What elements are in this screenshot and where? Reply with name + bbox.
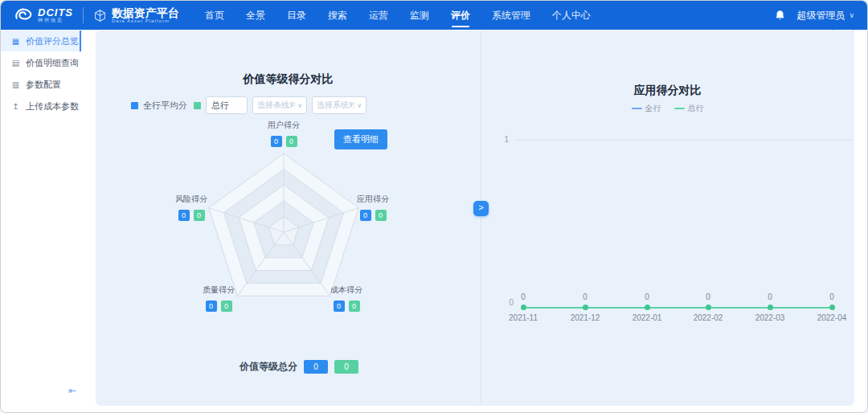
nav-item-evaluate[interactable]: 评价 bbox=[451, 1, 470, 31]
score-badge-blue: 0 bbox=[178, 210, 190, 221]
score-badge-green: 0 bbox=[221, 301, 232, 312]
point-dot bbox=[645, 305, 650, 310]
sidebar-item-label: 参数配置 bbox=[26, 79, 61, 91]
chevron-down-icon: ∨ bbox=[849, 11, 854, 19]
upload-icon: ↥ bbox=[11, 102, 20, 111]
score-badge-blue: 0 bbox=[206, 301, 217, 312]
nav-item-home[interactable]: 首页 bbox=[205, 1, 224, 31]
score-badge-green: 0 bbox=[375, 210, 387, 221]
sidebar-item-upload-cost[interactable]: ↥上传成本参数 bbox=[1, 96, 81, 117]
point-dot bbox=[521, 305, 526, 310]
radar-axis-cost: 成本得分 0 0 bbox=[322, 284, 371, 312]
legend-dash bbox=[674, 108, 685, 109]
radar-axis-quality: 质量得分 0 0 bbox=[194, 284, 243, 312]
product-subname: Data Asset Platform bbox=[112, 18, 179, 24]
cube-icon bbox=[93, 9, 107, 22]
top-navbar: DCITS 神州信息 数据资产平台 Data Asset Platform 首页… bbox=[1, 1, 868, 30]
radar-axis-application: 应用得分 0 0 bbox=[349, 194, 397, 221]
brand-separator bbox=[83, 7, 84, 23]
point-value-label: 0 bbox=[623, 292, 671, 301]
point-value-label: 0 bbox=[684, 292, 732, 301]
point-value-label: 0 bbox=[746, 292, 794, 301]
x-axis-tick: 2022-02 bbox=[684, 313, 732, 322]
legend-item-head-office[interactable]: 总行 bbox=[674, 103, 704, 114]
select-system-compare[interactable]: 选择系统对比 ∨ bbox=[312, 96, 366, 114]
navbar-right: 超级管理员 ∨ bbox=[775, 9, 868, 22]
user-name: 超级管理员 bbox=[796, 9, 845, 22]
product-logo[interactable]: 数据资产平台 Data Asset Platform bbox=[93, 7, 179, 24]
sidebar-item-label: 价值评分总览 bbox=[26, 35, 79, 47]
gridline-1 bbox=[515, 140, 853, 141]
grid-icon: ▦ bbox=[11, 37, 20, 46]
line-series bbox=[523, 307, 832, 309]
content-panel: > 价值等级得分对比 全行平均分 选择条线对比 ∨ 选择系统对比 ∨ 查看明细 … bbox=[96, 31, 854, 406]
nav-item-catalog[interactable]: 目录 bbox=[287, 1, 306, 31]
score-badge-green: 0 bbox=[286, 136, 297, 147]
point-value-label: 0 bbox=[808, 292, 856, 301]
nav-item-monitor[interactable]: 监测 bbox=[410, 1, 429, 31]
org-input[interactable] bbox=[206, 96, 248, 114]
nav-item-system-mgmt[interactable]: 系统管理 bbox=[492, 1, 530, 31]
nav-item-panorama[interactable]: 全景 bbox=[246, 1, 265, 31]
brand-logo[interactable]: DCITS 神州信息 bbox=[1, 6, 73, 25]
radar-axis-risk: 风险得分 0 0 bbox=[167, 194, 215, 221]
sidebar-item-label: 价值明细查询 bbox=[26, 57, 79, 69]
panel-expand-button[interactable]: > bbox=[473, 201, 489, 216]
point-dot bbox=[829, 305, 835, 310]
sliders-icon: ▥ bbox=[11, 80, 20, 89]
point-dot bbox=[768, 305, 773, 310]
select-line-compare[interactable]: 选择条线对比 ∨ bbox=[252, 96, 307, 114]
sidebar-item-score-overview[interactable]: ▦价值评分总览 bbox=[1, 31, 81, 51]
x-axis-tick: 2021-12 bbox=[561, 313, 609, 322]
sidebar-item-label: 上传成本参数 bbox=[26, 100, 79, 112]
legend-dash bbox=[632, 108, 642, 109]
point-dot bbox=[706, 305, 711, 310]
y-axis-tick-1: 1 bbox=[497, 135, 509, 144]
sidebar-collapse-icon[interactable]: ⇤ bbox=[68, 385, 76, 396]
brand-subname: 神州信息 bbox=[38, 18, 73, 23]
list-icon: ▤ bbox=[11, 59, 20, 67]
score-badge-blue: 0 bbox=[360, 210, 371, 221]
legend-blue-label: 全行平均分 bbox=[143, 100, 187, 112]
legend-label: 全行 bbox=[645, 103, 661, 114]
point-value-label: 0 bbox=[561, 292, 609, 301]
score-badge-blue: 0 bbox=[334, 301, 345, 312]
app-window: ✕ DCITS 神州信息 数据资产平台 Data Asset bbox=[0, 0, 868, 413]
score-badge-blue: 0 bbox=[271, 136, 282, 147]
line-chart-legend: 全行总行 bbox=[481, 103, 854, 114]
bell-icon[interactable] bbox=[775, 10, 785, 21]
x-axis-tick: 2022-04 bbox=[808, 313, 856, 322]
total-score-green: 0 bbox=[334, 360, 358, 374]
x-axis-tick: 2021-11 bbox=[499, 313, 547, 322]
total-score-label: 价值等级总分 bbox=[240, 360, 297, 374]
sidebar: ▦价值评分总览▤价值明细查询▥参数配置↥上传成本参数 ⇤ bbox=[1, 30, 81, 413]
dcits-swirl-icon bbox=[14, 6, 33, 25]
legend-blue-swatch bbox=[131, 102, 138, 109]
comparison-controls: 全行平均分 选择条线对比 ∨ 选择系统对比 ∨ bbox=[131, 96, 366, 115]
x-axis-tick: 2022-01 bbox=[623, 313, 671, 322]
nav-item-operation[interactable]: 运营 bbox=[369, 1, 388, 31]
score-badge-green: 0 bbox=[349, 301, 360, 312]
legend-label: 总行 bbox=[688, 103, 704, 114]
right-chart-title: 应用得分对比 bbox=[481, 84, 854, 98]
product-name: 数据资产平台 bbox=[112, 7, 179, 18]
user-menu[interactable]: 超级管理员 ∨ bbox=[796, 9, 854, 22]
chevron-down-icon: ∨ bbox=[297, 102, 302, 109]
main-menu: 首页全景目录搜索运营监测评价系统管理个人中心 bbox=[205, 1, 591, 31]
nav-item-search[interactable]: 搜索 bbox=[328, 1, 347, 31]
score-badge-green: 0 bbox=[194, 210, 205, 221]
nav-item-personal-center[interactable]: 个人中心 bbox=[552, 1, 591, 31]
radar-axis-user: 用户得分 0 0 bbox=[260, 120, 308, 147]
sidebar-item-detail-query[interactable]: ▤价值明细查询 bbox=[1, 52, 81, 73]
total-score-row: 价值等级总分 0 0 bbox=[240, 360, 358, 374]
x-axis-tick: 2022-03 bbox=[746, 313, 794, 322]
point-value-label: 0 bbox=[499, 292, 547, 301]
point-dot bbox=[583, 305, 588, 310]
sidebar-item-param-config[interactable]: ▥参数配置 bbox=[1, 74, 81, 95]
brand-name: DCITS bbox=[38, 7, 73, 18]
total-score-blue: 0 bbox=[304, 360, 328, 374]
legend-green-swatch bbox=[194, 102, 201, 109]
chevron-down-icon: ∨ bbox=[357, 102, 362, 109]
legend-item-all-bank[interactable]: 全行 bbox=[632, 103, 661, 114]
left-chart-title: 价值等级得分对比 bbox=[96, 72, 481, 87]
